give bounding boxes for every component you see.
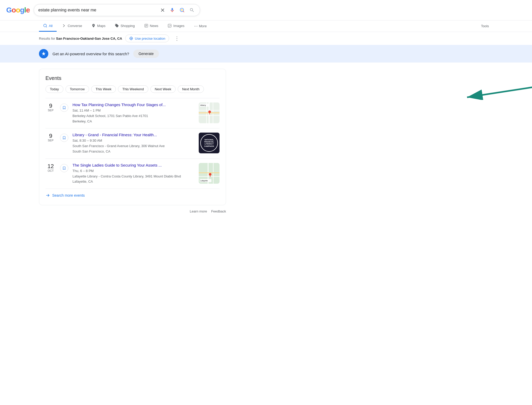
search-circle-icon: [43, 24, 47, 28]
search-input[interactable]: [38, 8, 157, 12]
tab-converse[interactable]: Converse: [58, 20, 86, 32]
main-content: Events Today Tomorrow This Week This Wee…: [0, 63, 532, 219]
search-bar: [34, 4, 200, 16]
nav-tabs: All Converse Maps Shopping News: [0, 20, 532, 32]
filter-today[interactable]: Today: [45, 85, 63, 93]
clear-button[interactable]: [159, 7, 166, 13]
bookmark-button-1[interactable]: [60, 104, 68, 112]
ai-prompt-text: Get an AI-powered overview for this sear…: [52, 52, 129, 56]
ai-icon: [39, 49, 48, 58]
arrow-annotation: [451, 84, 532, 101]
event-time-1: Sat, 11 AM – 1 PM: [72, 108, 195, 113]
filter-this-week[interactable]: This Week: [91, 85, 116, 93]
svg-point-8: [169, 25, 169, 25]
svg-point-10: [196, 26, 196, 26]
generate-button[interactable]: Generate: [133, 50, 159, 58]
financial-literacy-badge: NATIONALFINANCIALLITERACYCAMPAIGN: [200, 134, 218, 152]
filter-next-week[interactable]: Next Week: [150, 85, 176, 93]
sparkle-icon: [41, 51, 46, 56]
more-dots-icon: [194, 24, 198, 28]
search-icon: [189, 8, 195, 13]
event-venue-3: Lafayette Library - Contra Costa County …: [72, 174, 195, 179]
event-title-2[interactable]: Library - Grand - Financial Fitness: You…: [72, 133, 195, 137]
event-title-1[interactable]: How Tax Planning Changes Through Four St…: [72, 102, 195, 107]
event-venue-2: South San Francisco - Grand Avenue Libra…: [72, 143, 195, 149]
nav-more[interactable]: More: [190, 21, 211, 31]
svg-point-11: [197, 26, 197, 26]
map-thumbnail-3: Lafayette: [199, 163, 220, 184]
bookmark-button-2[interactable]: [60, 134, 68, 142]
search-more-events[interactable]: Search more events: [45, 189, 220, 199]
event-image-1[interactable]: Albany: [199, 102, 220, 123]
search-icons: [159, 6, 196, 14]
ai-banner: Get an AI-powered overview for this sear…: [0, 45, 532, 63]
learn-more-link[interactable]: Learn more: [190, 209, 207, 213]
tag-icon: [115, 24, 119, 28]
events-title: Events: [45, 75, 220, 81]
event-info-2: Library - Grand - Financial Fitness: You…: [72, 133, 195, 154]
event-item[interactable]: 12 OCT The Single Ladies Guide to Securi…: [45, 159, 220, 189]
event-venue-1: Berkeley Adult School, 1701 San Pablo Av…: [72, 113, 195, 119]
use-precise-location-button[interactable]: Use precise location: [125, 35, 169, 42]
arrow-right-icon: [62, 24, 66, 28]
filter-pills: Today Tomorrow This Week This Weekend Ne…: [45, 85, 220, 93]
arrow-right-icon: [45, 193, 50, 198]
bookmark-icon: [62, 136, 66, 140]
bookmark-button-3[interactable]: [60, 164, 68, 172]
event-item[interactable]: 9 SEP Library - Grand - Financial Fitnes…: [45, 128, 220, 158]
event-time-3: Thu, 6 – 8 PM: [72, 168, 195, 174]
feedback-link[interactable]: Feedback: [211, 209, 226, 213]
header: Google: [0, 0, 532, 20]
event-item[interactable]: 9 SEP How Tax Planning Changes Through F…: [45, 98, 220, 128]
event-time-2: Sat, 8:30 – 9:30 AM: [72, 138, 195, 143]
event-location-3: Lafayette, CA: [72, 179, 195, 184]
microphone-icon: [170, 8, 175, 13]
close-icon: [160, 8, 165, 12]
google-logo[interactable]: Google: [6, 6, 30, 14]
bookmark-icon: [62, 106, 66, 109]
svg-text:Lafayette: Lafayette: [200, 180, 208, 182]
map-pin-icon: [91, 24, 96, 28]
map-thumbnail-1: Albany: [199, 102, 220, 123]
card-footer: Learn more Feedback: [39, 209, 226, 213]
svg-point-9: [194, 26, 195, 26]
svg-point-36: [209, 173, 211, 176]
tab-maps[interactable]: Maps: [87, 20, 110, 32]
lens-button[interactable]: [178, 6, 186, 14]
more-options-button[interactable]: ⋮: [172, 35, 182, 42]
search-bar-wrapper: [34, 4, 200, 16]
event-image-3[interactable]: Lafayette: [199, 163, 220, 184]
tab-shopping[interactable]: Shopping: [111, 20, 139, 32]
location-target-icon: [129, 36, 133, 40]
filter-tomorrow[interactable]: Tomorrow: [65, 85, 89, 93]
tab-news[interactable]: News: [140, 20, 163, 32]
svg-point-1: [181, 9, 183, 11]
event-location-2: South San Francisco, CA: [72, 149, 195, 154]
svg-point-27: [208, 111, 211, 113]
event-title-3[interactable]: The Single Ladies Guide to Securing Your…: [72, 163, 195, 167]
events-card: Events Today Tomorrow This Week This Wee…: [39, 69, 226, 205]
event-info-3: The Single Ladies Guide to Securing Your…: [72, 163, 195, 184]
tab-all[interactable]: All: [39, 20, 57, 32]
tab-images[interactable]: Images: [163, 20, 189, 32]
bookmark-icon: [62, 166, 66, 170]
svg-point-13: [131, 38, 132, 39]
newspaper-icon: [144, 24, 148, 28]
event-date-2: 9 SEP: [45, 133, 56, 142]
tools-button[interactable]: Tools: [477, 21, 493, 31]
event-image-2[interactable]: NATIONALFINANCIALLITERACYCAMPAIGN: [199, 133, 220, 153]
filter-this-weekend[interactable]: This Weekend: [118, 85, 148, 93]
event-date-1: 9 SEP: [45, 102, 56, 112]
location-text: Results for San Francisco-Oakland-San Jo…: [39, 37, 122, 40]
event-location-1: Berkeley, CA: [72, 119, 195, 124]
image-icon: [168, 24, 172, 28]
location-bar: Results for San Francisco-Oakland-San Jo…: [0, 32, 532, 45]
filter-next-month[interactable]: Next Month: [178, 85, 204, 93]
search-button[interactable]: [188, 6, 196, 14]
lens-icon: [179, 8, 185, 13]
voice-search-button[interactable]: [169, 6, 176, 14]
svg-text:Albany: Albany: [200, 104, 206, 106]
event-info-1: How Tax Planning Changes Through Four St…: [72, 102, 195, 124]
event-date-3: 12 OCT: [45, 163, 56, 172]
